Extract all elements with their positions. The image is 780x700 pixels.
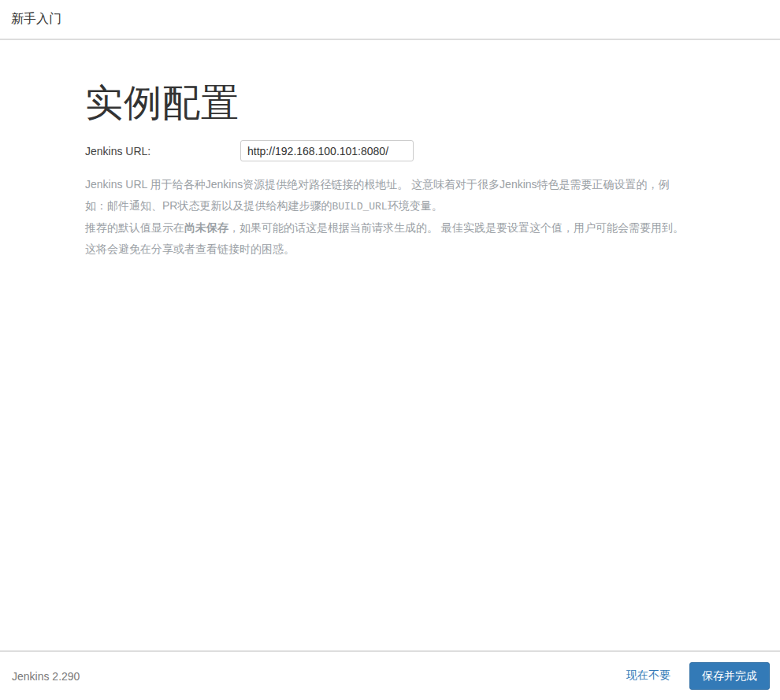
wizard-header-title: 新手入门 — [11, 11, 61, 28]
setup-wizard: 新手入门 实例配置 Jenkins URL: Jenkins URL 用于给各种… — [0, 0, 780, 700]
wizard-footer: Jenkins 2.290 现在不要 保存并完成 — [0, 650, 780, 700]
footer-actions: 现在不要 保存并完成 — [626, 662, 770, 690]
description-p2-text: 推荐的默认值显示在 — [85, 221, 184, 234]
build-url-variable: BUILD_URL — [332, 201, 387, 213]
wizard-body: 实例配置 Jenkins URL: Jenkins URL 用于给各种Jenki… — [0, 40, 780, 260]
description-p1-tail: 环境变量。 — [388, 199, 443, 212]
description-paragraph-2: 推荐的默认值显示在尚未保存，如果可能的话这是根据当前请求生成的。 最佳实践是要设… — [85, 217, 690, 260]
jenkins-url-label: Jenkins URL: — [85, 145, 240, 157]
description: Jenkins URL 用于给各种Jenkins资源提供绝对路径链接的根地址。 … — [85, 174, 690, 260]
page-title: 实例配置 — [85, 84, 780, 122]
wizard-header: 新手入门 — [0, 0, 780, 40]
jenkins-url-row: Jenkins URL: — [85, 140, 780, 161]
description-paragraph-1: Jenkins URL 用于给各种Jenkins资源提供绝对路径链接的根地址。 … — [85, 174, 690, 217]
jenkins-url-input[interactable] — [240, 140, 414, 161]
save-finish-button[interactable]: 保存并完成 — [689, 662, 770, 690]
not-now-link[interactable]: 现在不要 — [626, 669, 670, 683]
not-saved-emphasis: 尚未保存 — [184, 221, 228, 234]
jenkins-version: Jenkins 2.290 — [12, 670, 80, 683]
